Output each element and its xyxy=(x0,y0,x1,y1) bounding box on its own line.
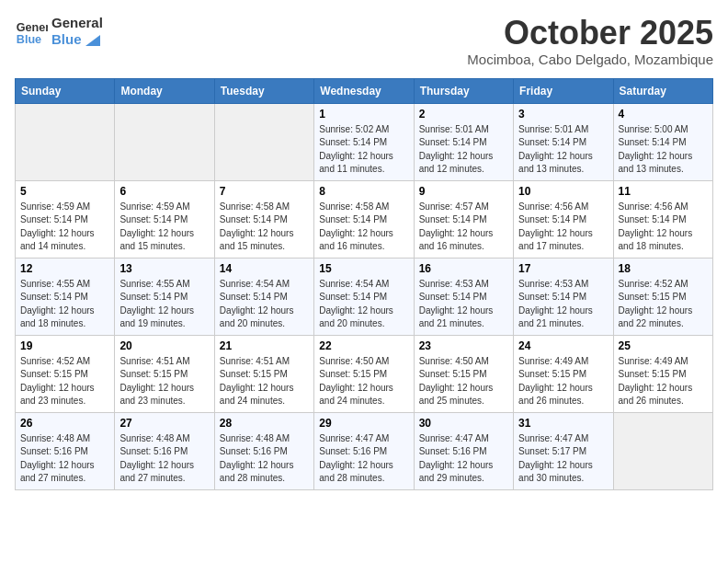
page-header: General Blue General Blue October 2025 M… xyxy=(15,15,713,67)
calendar-cell: 28Sunrise: 4:48 AM Sunset: 5:16 PM Dayli… xyxy=(214,412,313,489)
day-number: 29 xyxy=(319,417,408,430)
day-number: 24 xyxy=(518,339,608,352)
calendar-cell: 21Sunrise: 4:51 AM Sunset: 5:15 PM Dayli… xyxy=(214,335,313,412)
calendar-cell: 6Sunrise: 4:59 AM Sunset: 5:14 PM Daylig… xyxy=(115,180,214,258)
day-info: Sunrise: 4:56 AM Sunset: 5:14 PM Dayligh… xyxy=(619,201,708,254)
day-info: Sunrise: 4:48 AM Sunset: 5:16 PM Dayligh… xyxy=(20,432,109,486)
day-number: 27 xyxy=(119,417,209,430)
calendar-cell: 14Sunrise: 4:54 AM Sunset: 5:14 PM Dayli… xyxy=(214,258,313,335)
calendar-cell xyxy=(16,103,115,180)
day-info: Sunrise: 4:47 AM Sunset: 5:17 PM Dayligh… xyxy=(518,432,608,486)
day-info: Sunrise: 4:51 AM Sunset: 5:15 PM Dayligh… xyxy=(220,355,309,408)
calendar-cell: 1Sunrise: 5:02 AM Sunset: 5:14 PM Daylig… xyxy=(314,103,414,180)
calendar-cell: 22Sunrise: 4:50 AM Sunset: 5:15 PM Dayli… xyxy=(314,335,414,412)
svg-marker-3 xyxy=(85,35,100,46)
day-info: Sunrise: 5:01 AM Sunset: 5:14 PM Dayligh… xyxy=(419,123,508,177)
calendar-cell: 10Sunrise: 4:56 AM Sunset: 5:14 PM Dayli… xyxy=(514,180,613,258)
day-number: 19 xyxy=(20,339,109,352)
day-number: 11 xyxy=(619,185,708,198)
calendar-cell xyxy=(214,103,313,180)
day-number: 21 xyxy=(220,339,309,352)
col-monday: Monday xyxy=(115,78,214,103)
calendar-cell: 16Sunrise: 4:53 AM Sunset: 5:14 PM Dayli… xyxy=(414,258,513,335)
day-number: 2 xyxy=(419,108,508,121)
day-info: Sunrise: 4:57 AM Sunset: 5:14 PM Dayligh… xyxy=(419,201,508,254)
day-info: Sunrise: 4:59 AM Sunset: 5:14 PM Dayligh… xyxy=(20,201,109,254)
col-sunday: Sunday xyxy=(16,78,115,103)
calendar-week-row: 26Sunrise: 4:48 AM Sunset: 5:16 PM Dayli… xyxy=(16,412,713,489)
logo-arrow-icon xyxy=(85,35,100,46)
day-info: Sunrise: 4:55 AM Sunset: 5:14 PM Dayligh… xyxy=(20,278,109,331)
calendar-cell: 11Sunrise: 4:56 AM Sunset: 5:14 PM Dayli… xyxy=(613,180,712,258)
day-number: 9 xyxy=(419,185,508,198)
day-number: 16 xyxy=(419,262,508,275)
day-number: 10 xyxy=(518,185,608,198)
calendar-cell: 7Sunrise: 4:58 AM Sunset: 5:14 PM Daylig… xyxy=(214,180,313,258)
day-number: 26 xyxy=(20,417,109,430)
day-number: 28 xyxy=(220,417,309,430)
calendar-cell: 27Sunrise: 4:48 AM Sunset: 5:16 PM Dayli… xyxy=(115,412,214,489)
day-number: 22 xyxy=(319,339,408,352)
day-number: 30 xyxy=(419,417,508,430)
day-info: Sunrise: 4:53 AM Sunset: 5:14 PM Dayligh… xyxy=(419,278,508,331)
calendar-cell: 18Sunrise: 4:52 AM Sunset: 5:15 PM Dayli… xyxy=(613,258,712,335)
title-block: October 2025 Mocimboa, Cabo Delgado, Moz… xyxy=(467,15,713,67)
day-number: 20 xyxy=(119,339,209,352)
day-info: Sunrise: 4:54 AM Sunset: 5:14 PM Dayligh… xyxy=(319,278,408,331)
calendar-cell: 5Sunrise: 4:59 AM Sunset: 5:14 PM Daylig… xyxy=(16,180,115,258)
day-info: Sunrise: 4:52 AM Sunset: 5:15 PM Dayligh… xyxy=(619,278,708,331)
calendar-cell: 30Sunrise: 4:47 AM Sunset: 5:16 PM Dayli… xyxy=(414,412,513,489)
day-number: 12 xyxy=(20,262,109,275)
day-number: 31 xyxy=(518,417,608,430)
day-info: Sunrise: 4:58 AM Sunset: 5:14 PM Dayligh… xyxy=(220,201,309,254)
day-number: 4 xyxy=(619,108,708,121)
col-saturday: Saturday xyxy=(613,78,712,103)
day-info: Sunrise: 4:50 AM Sunset: 5:15 PM Dayligh… xyxy=(319,355,408,408)
calendar-cell: 3Sunrise: 5:01 AM Sunset: 5:14 PM Daylig… xyxy=(514,103,613,180)
calendar-cell: 19Sunrise: 4:52 AM Sunset: 5:15 PM Dayli… xyxy=(16,335,115,412)
calendar-cell: 29Sunrise: 4:47 AM Sunset: 5:16 PM Dayli… xyxy=(314,412,414,489)
day-number: 1 xyxy=(319,108,408,121)
day-number: 3 xyxy=(518,108,608,121)
day-number: 6 xyxy=(119,185,209,198)
day-number: 14 xyxy=(220,262,309,275)
day-info: Sunrise: 4:55 AM Sunset: 5:14 PM Dayligh… xyxy=(119,278,209,331)
day-number: 5 xyxy=(20,185,109,198)
day-info: Sunrise: 5:01 AM Sunset: 5:14 PM Dayligh… xyxy=(518,123,608,177)
day-number: 17 xyxy=(518,262,608,275)
day-info: Sunrise: 4:54 AM Sunset: 5:14 PM Dayligh… xyxy=(220,278,309,331)
logo: General Blue General Blue xyxy=(15,15,103,48)
calendar-cell: 4Sunrise: 5:00 AM Sunset: 5:14 PM Daylig… xyxy=(613,103,712,180)
calendar-cell: 15Sunrise: 4:54 AM Sunset: 5:14 PM Dayli… xyxy=(314,258,414,335)
day-info: Sunrise: 4:48 AM Sunset: 5:16 PM Dayligh… xyxy=(119,432,209,486)
logo-general: General xyxy=(51,15,103,31)
day-info: Sunrise: 5:00 AM Sunset: 5:14 PM Dayligh… xyxy=(619,123,708,177)
day-info: Sunrise: 4:56 AM Sunset: 5:14 PM Dayligh… xyxy=(518,201,608,254)
day-info: Sunrise: 5:02 AM Sunset: 5:14 PM Dayligh… xyxy=(319,123,408,177)
day-number: 23 xyxy=(419,339,508,352)
day-info: Sunrise: 4:49 AM Sunset: 5:15 PM Dayligh… xyxy=(518,355,608,408)
logo-blue: Blue xyxy=(51,31,103,48)
day-info: Sunrise: 4:59 AM Sunset: 5:14 PM Dayligh… xyxy=(119,201,209,254)
calendar-cell: 31Sunrise: 4:47 AM Sunset: 5:17 PM Dayli… xyxy=(514,412,613,489)
day-info: Sunrise: 4:50 AM Sunset: 5:15 PM Dayligh… xyxy=(419,355,508,408)
svg-text:Blue: Blue xyxy=(17,33,41,46)
calendar-week-row: 5Sunrise: 4:59 AM Sunset: 5:14 PM Daylig… xyxy=(16,180,713,258)
col-tuesday: Tuesday xyxy=(214,78,313,103)
calendar-cell: 9Sunrise: 4:57 AM Sunset: 5:14 PM Daylig… xyxy=(414,180,513,258)
day-info: Sunrise: 4:47 AM Sunset: 5:16 PM Dayligh… xyxy=(319,432,408,486)
calendar-week-row: 12Sunrise: 4:55 AM Sunset: 5:14 PM Dayli… xyxy=(16,258,713,335)
calendar-header-row: Sunday Monday Tuesday Wednesday Thursday… xyxy=(16,78,713,103)
day-number: 7 xyxy=(220,185,309,198)
day-number: 25 xyxy=(619,339,708,352)
calendar-week-row: 1Sunrise: 5:02 AM Sunset: 5:14 PM Daylig… xyxy=(16,103,713,180)
day-number: 13 xyxy=(119,262,209,275)
calendar-week-row: 19Sunrise: 4:52 AM Sunset: 5:15 PM Dayli… xyxy=(16,335,713,412)
day-number: 15 xyxy=(319,262,408,275)
calendar-cell xyxy=(115,103,214,180)
day-info: Sunrise: 4:48 AM Sunset: 5:16 PM Dayligh… xyxy=(220,432,309,486)
day-number: 8 xyxy=(319,185,408,198)
calendar-cell: 13Sunrise: 4:55 AM Sunset: 5:14 PM Dayli… xyxy=(115,258,214,335)
day-info: Sunrise: 4:53 AM Sunset: 5:14 PM Dayligh… xyxy=(518,278,608,331)
calendar-cell: 23Sunrise: 4:50 AM Sunset: 5:15 PM Dayli… xyxy=(414,335,513,412)
